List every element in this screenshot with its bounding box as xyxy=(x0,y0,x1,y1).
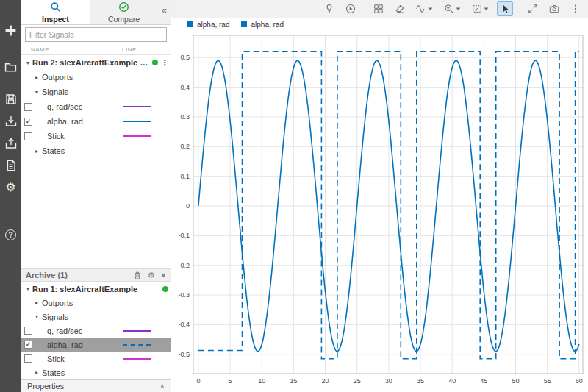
collapse-twisty-icon[interactable]: ▾ xyxy=(24,285,32,292)
collapse-twisty-icon[interactable]: ▾ xyxy=(24,60,32,66)
create-report-button[interactable] xyxy=(0,157,21,174)
x-tick-label: 20 xyxy=(322,377,329,385)
tree-group-row[interactable]: ▸Outports xyxy=(21,296,171,310)
expand-twisty-icon[interactable]: ▸ xyxy=(33,148,40,154)
signal-checkbox[interactable]: ✓ xyxy=(24,118,32,126)
tab-inspect[interactable]: Inspect xyxy=(21,0,90,24)
run-row[interactable]: ▾Run 2: slexAircraftExample [Current]⋮ xyxy=(21,55,171,70)
x-tick-label: 60 xyxy=(576,377,583,385)
signal-row[interactable]: Stick xyxy=(21,352,171,366)
tree-group-row[interactable]: ▸States xyxy=(21,143,171,158)
collapse-twisty-icon[interactable]: ▾ xyxy=(33,313,40,320)
legend-swatch xyxy=(187,21,193,27)
legend-swatch xyxy=(241,21,247,27)
run-row[interactable]: ▾Run 1: slexAircraftExample xyxy=(21,282,171,296)
signal-row[interactable]: q, rad/sec xyxy=(21,99,171,114)
archive-section: Archive (1) ⚙ ∨ ▾Run 1: slexAircraftExam… xyxy=(21,268,171,379)
help-icon: ? xyxy=(5,229,16,240)
signal-line-sample[interactable] xyxy=(123,121,151,122)
expand-twisty-icon[interactable]: ▸ xyxy=(33,74,40,81)
y-tick-label: 0 xyxy=(186,202,190,210)
column-header: NAME LINE xyxy=(21,44,171,55)
tree-group-row[interactable]: ▸States xyxy=(21,366,171,379)
signal-checkbox[interactable]: ✓ xyxy=(24,341,32,349)
sidebar-panel: Inspect Compare « NAME LINE ▾Run 2: slex… xyxy=(21,0,171,392)
archive-collapse-chevron-icon[interactable]: ∨ xyxy=(161,271,166,279)
y-tick-label: -0.4 xyxy=(178,321,190,328)
eraser-icon xyxy=(395,4,405,14)
y-tick-label: -0.1 xyxy=(178,232,190,239)
signal-label: Stick xyxy=(47,354,65,363)
y-tick-label: -0.5 xyxy=(178,351,190,358)
signal-row[interactable]: ✓alpha, rad xyxy=(21,338,171,352)
expand-button[interactable] xyxy=(525,1,541,16)
chart-svg[interactable]: 051015202530354045505560-0.5-0.4-0.3-0.2… xyxy=(171,31,588,392)
signal-row[interactable]: q, rad/sec xyxy=(21,324,171,338)
signal-checkbox[interactable] xyxy=(24,103,32,111)
x-tick-label: 35 xyxy=(417,377,424,385)
expand-twisty-icon[interactable]: ▸ xyxy=(33,299,40,306)
more-options-button[interactable] xyxy=(567,1,584,16)
archive-settings-gear-icon[interactable]: ⚙ xyxy=(148,271,155,280)
report-icon xyxy=(5,160,17,171)
group-label: Outports xyxy=(42,299,73,307)
expand-twisty-icon[interactable]: ▸ xyxy=(33,369,40,376)
collapse-panel-button[interactable]: « xyxy=(162,4,167,15)
archive-header[interactable]: Archive (1) ⚙ ∨ xyxy=(21,268,171,282)
replay-button[interactable] xyxy=(343,1,359,16)
cursor-icon xyxy=(500,4,510,14)
x-tick-label: 30 xyxy=(385,377,392,385)
zoom-button[interactable] xyxy=(441,1,464,16)
signal-row[interactable]: ✓alpha, rad xyxy=(21,114,171,129)
trash-icon[interactable] xyxy=(133,271,142,280)
signal-line-sample[interactable] xyxy=(123,330,151,332)
properties-bar[interactable]: Properties ∧ xyxy=(21,379,171,392)
signal-checkbox[interactable] xyxy=(24,132,32,140)
signal-line-sample[interactable] xyxy=(123,358,151,360)
signal-line-sample[interactable] xyxy=(123,106,151,107)
collapse-twisty-icon[interactable]: ▾ xyxy=(33,89,40,96)
legend: alpha, radalpha, rad xyxy=(171,18,588,31)
plus-icon xyxy=(4,24,17,37)
signal-row[interactable]: Stick xyxy=(21,129,171,143)
open-button[interactable] xyxy=(0,59,21,75)
layout-button[interactable] xyxy=(370,1,387,16)
export-button[interactable] xyxy=(0,135,21,152)
tree-group-row[interactable]: ▾Signals xyxy=(21,310,171,324)
pointer-tool-button[interactable] xyxy=(497,1,513,16)
import-icon xyxy=(5,115,17,127)
new-button[interactable] xyxy=(0,22,21,38)
legend-entry: alpha, rad xyxy=(187,21,229,29)
legend-label: alpha, rad xyxy=(251,21,283,29)
x-tick-label: 40 xyxy=(448,377,456,385)
tree-group-row[interactable]: ▾Signals xyxy=(21,85,171,99)
snapshot-button[interactable] xyxy=(546,1,562,16)
x-tick-label: 55 xyxy=(544,377,551,385)
x-tick-label: 5 xyxy=(229,377,232,385)
fit-to-view-button[interactable] xyxy=(469,1,492,16)
y-tick-label: 0.5 xyxy=(180,54,190,61)
tree-group-row[interactable]: ▸Outports xyxy=(21,70,171,85)
run-menu-icon[interactable]: ⋮ xyxy=(160,58,169,68)
group-label: Signals xyxy=(42,313,68,321)
signal-line-sample[interactable] xyxy=(123,135,151,137)
signal-line-sample[interactable] xyxy=(123,344,151,346)
clear-results-button[interactable] xyxy=(392,1,408,16)
pin-button[interactable] xyxy=(321,1,337,16)
signal-trace-button[interactable] xyxy=(413,1,436,16)
signal-checkbox[interactable] xyxy=(24,354,32,363)
run-status-dot xyxy=(152,60,158,65)
filter-signals-input[interactable] xyxy=(25,27,167,42)
save-button[interactable] xyxy=(0,91,21,107)
run-label: Run 1: slexAircraftExample xyxy=(32,285,159,293)
tab-compare[interactable]: Compare xyxy=(90,0,158,24)
compare-check-icon xyxy=(118,1,129,14)
help-button[interactable]: ? xyxy=(0,227,21,243)
signal-checkbox[interactable] xyxy=(24,327,32,335)
legend-entry: alpha, rad xyxy=(241,21,283,29)
dropdown-caret-icon xyxy=(428,7,433,11)
chart-area[interactable]: 051015202530354045505560-0.5-0.4-0.3-0.2… xyxy=(171,31,588,392)
signal-label: alpha, rad xyxy=(47,117,83,126)
import-button[interactable] xyxy=(0,113,21,129)
preferences-button[interactable]: ⚙ xyxy=(0,179,21,196)
